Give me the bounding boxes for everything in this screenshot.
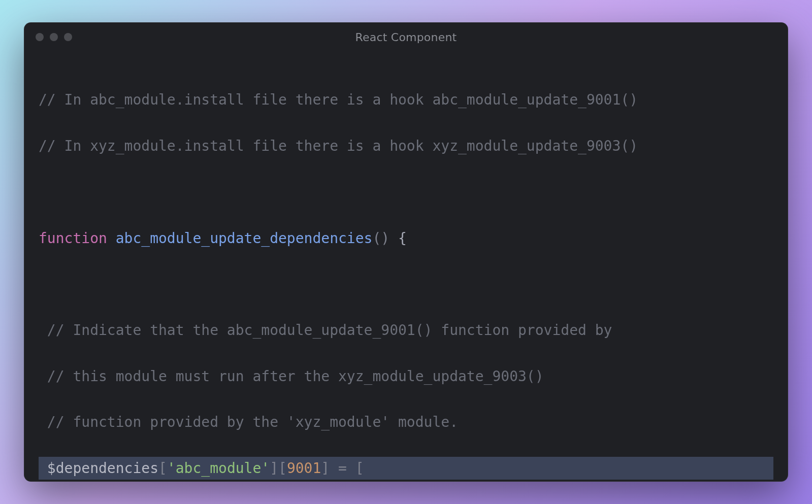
window-title: React Component — [24, 31, 788, 44]
code-comment: // function provided by the 'xyz_module'… — [39, 414, 458, 430]
selected-line: $dependencies['abc_module'][9001] = [ — [39, 457, 773, 480]
code-window: React Component // In abc_module.install… — [24, 22, 788, 482]
code-punct: ] = [ — [321, 460, 364, 477]
close-icon[interactable] — [36, 33, 44, 41]
code-comment: // In abc_module.install file there is a… — [39, 91, 638, 108]
minimize-icon[interactable] — [50, 33, 58, 41]
code-function-name: abc_module_update_dependencies — [116, 230, 373, 247]
code-editor[interactable]: // In abc_module.install file there is a… — [24, 51, 788, 482]
code-punct: ] — [270, 460, 278, 477]
code-punct: [ — [278, 460, 287, 477]
code-punct: [ — [158, 460, 167, 477]
code-number: 9001 — [287, 460, 321, 477]
code-brace: { — [389, 230, 407, 247]
code-string: 'abc_module' — [167, 460, 270, 477]
code-punct: () — [372, 230, 389, 247]
titlebar: React Component — [24, 23, 788, 51]
code-comment: // In xyz_module.install file there is a… — [39, 138, 638, 154]
code-variable: $dependencies — [39, 460, 158, 477]
code-comment: // Indicate that the abc_module_update_9… — [39, 322, 612, 339]
code-comment: // this module must run after the xyz_mo… — [39, 368, 544, 385]
window-controls — [36, 33, 72, 41]
code-keyword: function — [39, 230, 107, 247]
maximize-icon[interactable] — [64, 33, 72, 41]
